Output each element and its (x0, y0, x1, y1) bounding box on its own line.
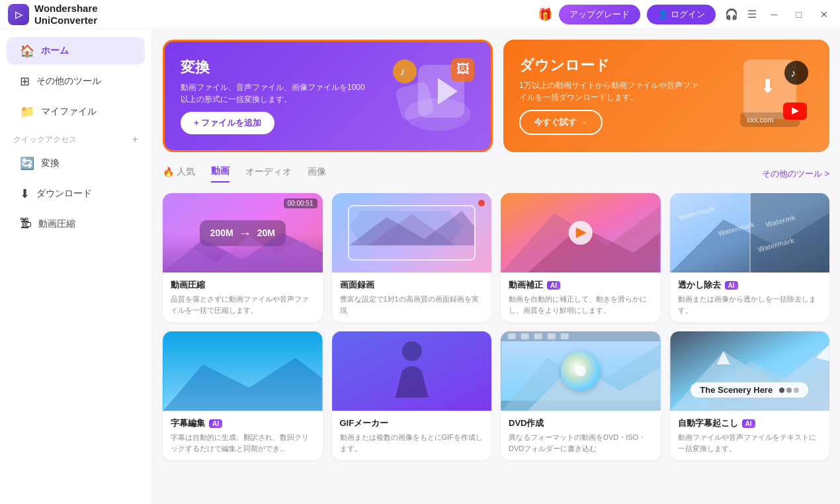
transcribe-overlay: The Scenery Here (670, 331, 830, 411)
tool-title-dvd: DVD作成 (509, 417, 653, 429)
user-icon: 👤 (657, 9, 668, 19)
tool-thumb-dvd (501, 331, 661, 411)
fire-icon: 🔥 (163, 167, 174, 177)
tool-desc-enhance: 動画を自動的に補正して、動きを滑らかにし、画質をより鮮明にします。 (509, 294, 653, 315)
tool-thumb-record (332, 193, 492, 273)
convert-desc: 動画ファイル、音声ファイル、画像ファイルを1000以上の形式に一括変換します。 (181, 81, 366, 105)
tool-desc-compress: 品質を落とさずに動画ファイルや音声ファイルを一括で圧縮します。 (171, 294, 315, 315)
tool-card-transcribe[interactable]: The Scenery Here 自動字幕起こし AI (670, 331, 830, 460)
minimize-button[interactable]: ─ (767, 8, 782, 21)
product-name: UniConverter (34, 15, 98, 26)
dvd-disc-center (575, 366, 586, 376)
tool-thumb-watermark: Watermark Watermark Watermark Watermk (670, 193, 830, 273)
tool-card-screen-record[interactable]: 画面録画 豊富な設定で1対1の高画質の画面録画を実現 (332, 193, 492, 322)
hero-cards: 変換 動画ファイル、音声ファイル、画像ファイルを1000以上の形式に一括変換しま… (163, 40, 829, 152)
tool-card-gif-maker[interactable]: GIF ⋯ GIFメーカー 動画または複数の画像をもとにGIFを作成します。 (332, 331, 492, 460)
add-file-button[interactable]: + ファイルを追加 (181, 112, 274, 134)
tool-info-record: 画面録画 豊富な設定で1対1の高画質の画面録画を実現 (332, 273, 492, 322)
sidebar-item-my-files[interactable]: 📁 マイファイル (7, 98, 145, 126)
tool-thumb-subtitle-edit: TextTextText ✏ (163, 331, 323, 411)
dot-1 (779, 388, 784, 393)
folder-icon: 📁 (20, 105, 34, 119)
sidebar-item-convert[interactable]: 🔄 変換 (7, 149, 145, 177)
tool-desc-transcribe: 動画ファイルや音声ファイルをテキストに一括変換します。 (678, 432, 822, 454)
sidebar-other-tools-label: その他のツール (36, 75, 101, 87)
tool-title-enhance: 動画補正 AI (509, 279, 653, 291)
tool-card-compress[interactable]: 00:00:51 200M → 20M (163, 193, 323, 322)
download-desc: 1万以上の動画サイトから動画ファイルや音声ファイルを一括ダウンロードします。 (519, 79, 704, 103)
quick-access-add-button[interactable]: + (132, 134, 138, 146)
sidebar-item-download[interactable]: ⬇ ダウンロード (7, 180, 145, 208)
record-frame (348, 205, 476, 261)
headset-icon[interactable]: 🎧 (725, 8, 738, 21)
titlebar: ▷ Wondershare UniConverter 🎁 アップグレード 👤 ロ… (0, 0, 840, 29)
ai-badge-subtitle-edit: AI (209, 419, 222, 428)
tab-image[interactable]: 画像 (308, 166, 326, 182)
tool-info-transcribe: 自動字幕起こし AI 動画ファイルや音声ファイルをテキストに一括変換します。 (670, 411, 830, 460)
tool-info-subtitle-edit: 字幕編集 AI 字幕は自動的に生成、翻訳され、数回クリックするだけで編集と同期が… (163, 411, 323, 460)
scenery-text: The Scenery Here (700, 385, 773, 395)
dvd-overlay (501, 331, 661, 411)
sidebar-convert-label: 変換 (41, 157, 60, 169)
svg-marker-17 (163, 236, 323, 273)
svg-point-33 (401, 341, 421, 361)
svg-text:♪: ♪ (790, 67, 796, 79)
tool-desc-subtitle-edit: 字幕は自動的に生成、翻訳され、数回クリックするだけで編集と同期ができ... (171, 432, 315, 454)
grid-icon: ⊞ (20, 74, 30, 89)
tool-card-dvd[interactable]: DVD作成 異なるフォーマットの動画をDVD・ISO・DVDフォルダーに書き込む (501, 331, 661, 460)
main-layout: 🏠 ホーム ⊞ その他のツール 📁 マイファイル クイックアクセス + 🔄 変換… (0, 29, 840, 504)
tool-title-gif: GIFメーカー (340, 417, 484, 429)
try-now-button[interactable]: 今すぐ試す → (519, 110, 603, 135)
dvd-disc-icon (561, 351, 601, 391)
sidebar-item-other-tools[interactable]: ⊞ その他のツール (7, 67, 145, 95)
ai-badge-enhance: AI (547, 281, 560, 290)
svg-text:♪: ♪ (399, 65, 405, 78)
tool-card-enhance[interactable]: 動画補正 AI 動画を自動的に補正して、動きを滑らかにし、画質をより鮮明にします… (501, 193, 661, 322)
tab-audio[interactable]: オーディオ (245, 166, 292, 182)
tab-popular[interactable]: 🔥 人気 (163, 166, 195, 182)
svg-text:xxx.com: xxx.com (747, 116, 773, 124)
svg-text:⬇: ⬇ (760, 76, 775, 97)
tool-card-watermark[interactable]: Watermark Watermark Watermark Watermk 透か… (670, 193, 830, 322)
titlebar-left: ▷ Wondershare UniConverter (8, 3, 98, 26)
upgrade-button[interactable]: アップグレード (559, 5, 640, 24)
gift-icon[interactable]: 🎁 (538, 7, 552, 22)
sidebar-download-label: ダウンロード (36, 188, 92, 200)
download-illustration: ⬇ xxx.com ♪ (684, 56, 816, 136)
close-button[interactable]: ✕ (816, 8, 832, 21)
dot-3 (794, 388, 799, 393)
sidebar-item-home[interactable]: 🏠 ホーム (7, 37, 145, 65)
tool-thumb-gif: GIF ⋯ (332, 331, 492, 411)
svg-point-12 (784, 61, 808, 85)
titlebar-actions: 🎁 アップグレード 👤 ログイン 🎧 ☰ ─ □ ✕ (538, 5, 832, 24)
home-icon: 🏠 (20, 44, 34, 58)
content-area: 変換 動画ファイル、音声ファイル、画像ファイルを1000以上の形式に一括変換しま… (152, 29, 840, 504)
sidebar: 🏠 ホーム ⊞ その他のツール 📁 マイファイル クイックアクセス + 🔄 変換… (0, 29, 152, 504)
tool-desc-dvd: 異なるフォーマットの動画をDVD・ISO・DVDフォルダーに書き込む (509, 432, 653, 454)
tab-bar: 🔥 人気 動画 オーディオ 画像 その他のツール > (163, 165, 829, 183)
login-button[interactable]: 👤 ログイン (647, 5, 716, 24)
tool-desc-gif: 動画または複数の画像をもとにGIFを作成します。 (340, 432, 484, 454)
hero-card-download[interactable]: ダウンロード 1万以上の動画サイトから動画ファイルや音声ファイルを一括ダウンロー… (503, 40, 829, 152)
tab-video[interactable]: 動画 (211, 165, 230, 183)
menu-icon[interactable]: ☰ (747, 8, 757, 21)
tool-info-enhance: 動画補正 AI 動画を自動的に補正して、動きを滑らかにし、画質をより鮮明にします… (501, 273, 661, 322)
sidebar-item-compress[interactable]: 🗜 動画圧縮 (7, 210, 145, 237)
hero-card-convert[interactable]: 変換 動画ファイル、音声ファイル、画像ファイルを1000以上の形式に一括変換しま… (163, 40, 493, 152)
tool-grid: 00:00:51 200M → 20M (163, 193, 829, 460)
tool-info-gif: GIFメーカー 動画または複数の画像をもとにGIFを作成します。 (332, 411, 492, 460)
tab-more[interactable]: その他のツール > (762, 168, 829, 180)
record-dot-icon (478, 200, 485, 206)
convert-icon: 🔄 (20, 156, 34, 171)
tool-thumb-enhance (501, 193, 661, 273)
svg-text:🖼: 🖼 (456, 62, 470, 76)
maximize-button[interactable]: □ (792, 8, 806, 21)
tool-card-subtitle-edit[interactable]: TextTextText ✏ 字幕編集 AI 字幕は自動的に生成、翻訳され、数回… (163, 331, 323, 460)
tool-title-subtitle-edit: 字幕編集 AI (171, 417, 315, 429)
tool-thumb-transcribe: The Scenery Here (670, 331, 830, 411)
compress-icon: 🗜 (20, 217, 32, 231)
dot-2 (786, 388, 792, 393)
ai-badge-transcribe: AI (742, 419, 755, 428)
convert-illustration: ♪ 🖼 (385, 52, 478, 150)
tool-info-watermark: 透かし除去 AI 動画または画像から透かしを一括除去します。 (670, 273, 830, 322)
